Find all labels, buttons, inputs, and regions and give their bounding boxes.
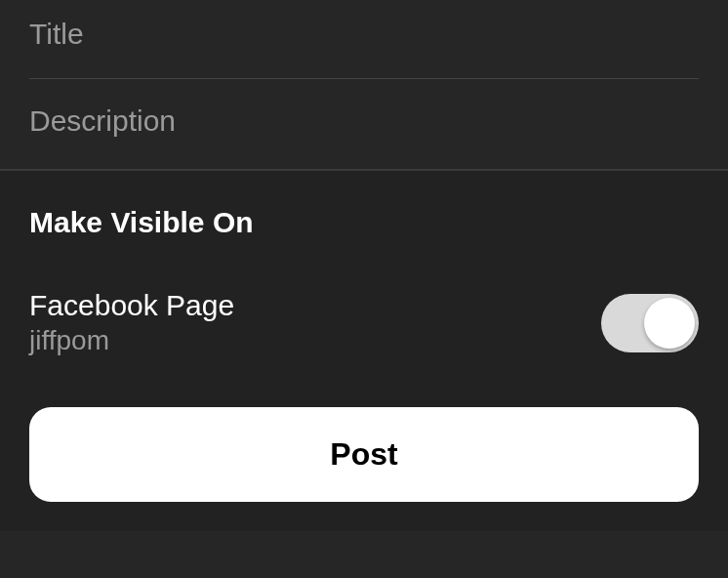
title-input[interactable] [29, 18, 699, 51]
section-heading: Make Visible On [29, 206, 699, 239]
input-section [0, 0, 728, 169]
facebook-page-label: Facebook Page [29, 288, 234, 323]
facebook-page-subtitle: jiffpom [29, 323, 234, 358]
post-button[interactable]: Post [29, 407, 699, 502]
toggle-knob [644, 298, 695, 349]
description-field-row [29, 79, 699, 169]
make-visible-section: Make Visible On Facebook Page jiffpom Po… [0, 171, 728, 531]
facebook-page-row: Facebook Page jiffpom [29, 288, 699, 358]
description-input[interactable] [29, 104, 699, 138]
title-field-row [29, 0, 699, 79]
facebook-labels: Facebook Page jiffpom [29, 288, 234, 358]
facebook-toggle[interactable] [601, 294, 699, 352]
